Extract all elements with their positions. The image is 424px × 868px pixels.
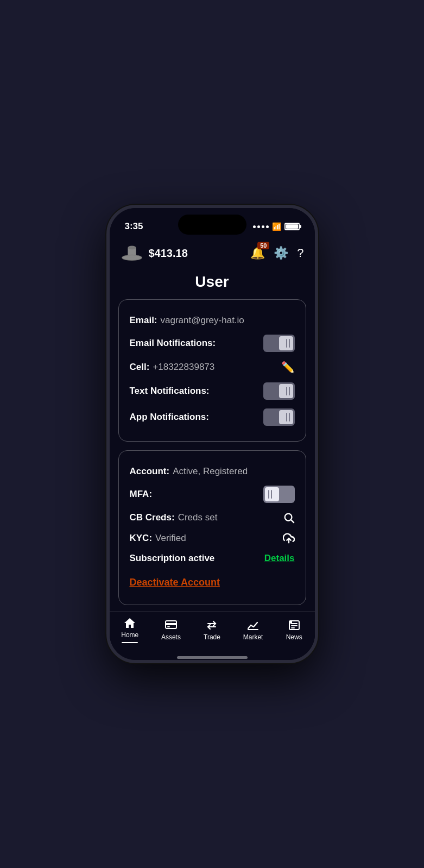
- mfa-toggle[interactable]: [263, 486, 295, 503]
- dynamic-island: [178, 215, 246, 235]
- content-area: Email: vagrant@grey-hat.io Email Notific…: [110, 299, 315, 611]
- text-notifications-label: Text Notifications:: [130, 386, 210, 397]
- signal-icon: [253, 225, 269, 228]
- app-notifications-label: App Notifications:: [130, 412, 209, 423]
- cell-row: Cell: +18322839873 ✏️: [130, 356, 295, 378]
- nav-trade[interactable]: Trade: [192, 619, 233, 641]
- details-link[interactable]: Details: [264, 553, 295, 564]
- help-icon[interactable]: ?: [297, 246, 303, 260]
- status-icons: 📶: [253, 222, 300, 231]
- trade-label: Trade: [204, 633, 220, 641]
- email-notifications-row: Email Notifications:: [130, 330, 295, 356]
- nav-assets[interactable]: Assets: [150, 619, 192, 641]
- account-value: Active, Registered: [173, 466, 248, 477]
- user-info-card: Email: vagrant@grey-hat.io Email Notific…: [118, 299, 306, 442]
- settings-icon[interactable]: ⚙️: [274, 246, 288, 260]
- header: $413.18 🔔 50 ⚙️ ?: [110, 237, 315, 269]
- email-notifications-toggle[interactable]: [263, 335, 295, 352]
- mfa-row: MFA:: [130, 481, 295, 507]
- cell-label: Cell:: [130, 362, 150, 373]
- news-icon: [288, 619, 301, 631]
- header-left: $413.18: [121, 242, 188, 265]
- news-label: News: [286, 633, 302, 641]
- cb-creds-row: CB Creds: Creds set: [130, 507, 295, 528]
- kyc-label: KYC:: [130, 533, 153, 544]
- assets-label: Assets: [161, 633, 181, 641]
- svg-rect-17: [289, 621, 292, 624]
- balance-display: $413.18: [149, 247, 188, 260]
- kyc-value: Verified: [155, 533, 186, 544]
- account-status-row: Account: Active, Registered: [130, 462, 295, 481]
- market-icon: [246, 619, 260, 631]
- text-notifications-toggle[interactable]: [263, 382, 295, 400]
- svg-rect-9: [167, 626, 170, 627]
- phone-frame: 3:35 📶: [106, 205, 318, 663]
- deactivate-row: Deactivate Account: [130, 568, 295, 594]
- market-label: Market: [243, 633, 263, 641]
- kyc-row: KYC: Verified: [130, 528, 295, 549]
- nav-home[interactable]: Home: [110, 617, 151, 643]
- subscription-label: Subscription active: [130, 553, 215, 564]
- trade-icon: [205, 619, 218, 631]
- battery-icon: [284, 223, 300, 230]
- svg-rect-8: [166, 623, 176, 625]
- page-title: User: [110, 269, 315, 299]
- mfa-label: MFA:: [130, 489, 153, 500]
- home-indicator: [110, 654, 315, 660]
- home-icon: [123, 617, 136, 629]
- svg-line-5: [291, 520, 294, 523]
- app-notifications-row: App Notifications:: [130, 404, 295, 430]
- cb-creds-value: Creds set: [178, 512, 218, 523]
- svg-point-2: [128, 246, 136, 250]
- email-notifications-label: Email Notifications:: [130, 338, 216, 349]
- upload-kyc-icon[interactable]: [283, 532, 295, 544]
- text-notifications-row: Text Notifications:: [130, 378, 295, 404]
- account-label: Account:: [130, 466, 170, 477]
- cell-value: +18322839873: [153, 362, 214, 373]
- edit-cell-icon[interactable]: ✏️: [281, 361, 295, 374]
- subscription-row: Subscription active Details: [130, 549, 295, 568]
- account-info-card: Account: Active, Registered MFA:: [118, 450, 306, 605]
- assets-icon: [164, 619, 178, 631]
- deactivate-account-button[interactable]: Deactivate Account: [130, 573, 220, 589]
- home-active-indicator: [122, 642, 138, 643]
- app-notifications-toggle[interactable]: [263, 408, 295, 426]
- cb-creds-label: CB Creds:: [130, 512, 175, 523]
- header-actions: 🔔 50 ⚙️ ?: [250, 246, 303, 260]
- email-value: vagrant@grey-hat.io: [161, 315, 244, 326]
- wifi-icon: 📶: [272, 222, 281, 231]
- nav-news[interactable]: News: [274, 619, 315, 641]
- nav-market[interactable]: Market: [232, 619, 274, 641]
- hat-icon: [121, 242, 143, 265]
- home-indicator-bar: [177, 656, 248, 659]
- email-row: Email: vagrant@grey-hat.io: [130, 311, 295, 330]
- notification-button[interactable]: 🔔 50: [250, 246, 265, 260]
- email-label: Email:: [130, 315, 157, 326]
- notification-badge: 50: [257, 242, 269, 249]
- status-time: 3:35: [125, 221, 143, 232]
- bottom-navigation: Home Assets Trade: [110, 611, 315, 654]
- screen: 3:35 📶: [110, 208, 315, 660]
- search-cb-creds-icon[interactable]: [283, 512, 295, 524]
- home-label: Home: [121, 631, 138, 639]
